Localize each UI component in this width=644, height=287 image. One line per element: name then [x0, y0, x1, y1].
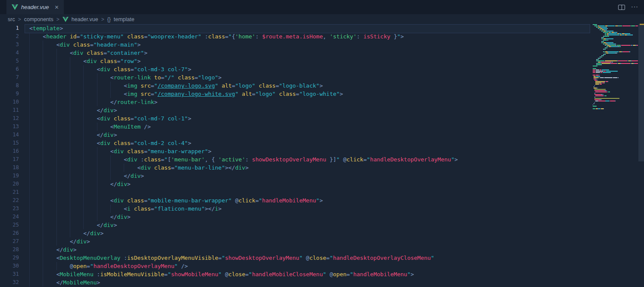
line-number[interactable]: 25	[0, 221, 19, 229]
line-number[interactable]: 14	[0, 131, 19, 139]
line-number[interactable]: 22	[0, 196, 19, 205]
code-line[interactable]: 32 </MobileMenu>	[0, 278, 644, 287]
line-number[interactable]: 1	[0, 24, 19, 32]
split-editor-icon[interactable]	[618, 5, 625, 10]
indent-guide	[29, 139, 30, 147]
code-line[interactable]: 17 <div :class="['menu-bar', { 'active':…	[0, 155, 644, 164]
minimap-line	[596, 59, 599, 60]
line-number[interactable]: 21	[0, 188, 19, 196]
indent-guide	[70, 90, 70, 98]
indent-guide	[43, 155, 43, 164]
code-line[interactable]: 7 <router-link to="/" class="logo">	[0, 73, 644, 82]
line-number[interactable]: 19	[0, 172, 19, 180]
code-line[interactable]: 13 <MenuItem />	[0, 123, 644, 131]
line-number[interactable]: 17	[0, 155, 19, 164]
code-line[interactable]: 26 </div>	[0, 229, 644, 237]
more-actions-icon[interactable]: ···	[631, 3, 638, 11]
line-number[interactable]: 24	[0, 213, 19, 221]
line-number[interactable]: 31	[0, 270, 19, 278]
line-number[interactable]: 12	[0, 114, 19, 123]
indent-guide	[70, 73, 70, 82]
code-line[interactable]: 8 <img src="/company-logo.svg" alt="logo…	[0, 82, 644, 90]
indent-guide	[29, 147, 30, 155]
code-line[interactable]: 20 </div>	[0, 180, 644, 188]
line-number[interactable]: 18	[0, 164, 19, 172]
line-number[interactable]: 7	[0, 73, 19, 82]
indent-guide	[83, 172, 84, 180]
code-line[interactable]: 9 <img src="/company-logo-white.svg" alt…	[0, 90, 644, 98]
indent-guide	[97, 172, 97, 180]
minimap[interactable]	[593, 24, 638, 285]
code-line[interactable]: 29 <DesktopMenuOverlay :isDesktopOverlay…	[0, 254, 644, 262]
line-number[interactable]: 32	[0, 278, 19, 287]
line-number[interactable]: 10	[0, 98, 19, 106]
indent-guide	[83, 90, 84, 98]
tab-bar: header.vue ✕ ···	[0, 0, 644, 14]
line-number[interactable]: 26	[0, 229, 19, 237]
code-line[interactable]: 4 <div class="container">	[0, 49, 644, 57]
line-number[interactable]: 29	[0, 254, 19, 262]
indent-guide	[43, 139, 43, 147]
line-number[interactable]: 11	[0, 106, 19, 114]
code-line[interactable]: 1<template>	[0, 24, 644, 32]
tab-header-vue[interactable]: header.vue ✕	[6, 0, 64, 14]
code-line[interactable]: 11 </div>	[0, 106, 644, 114]
minimap-line	[606, 46, 621, 47]
line-number[interactable]: 13	[0, 123, 19, 131]
code-line[interactable]: 15 <div class="col-md-2 col-4">	[0, 139, 644, 147]
minimap-line	[601, 55, 604, 56]
scrollbar-thumb[interactable]	[638, 24, 644, 161]
code-line[interactable]: 5 <div class="row">	[0, 57, 644, 65]
minimap-line	[601, 38, 613, 39]
minimap-line	[594, 97, 595, 98]
line-number[interactable]: 30	[0, 262, 19, 270]
line-number[interactable]: 27	[0, 237, 19, 246]
code-line[interactable]: 12 <div class="col-md-7 col-1">	[0, 114, 644, 123]
code-line[interactable]: 19 </div>	[0, 172, 644, 180]
code-line[interactable]: 3 <div class="header-main">	[0, 41, 644, 49]
code-line[interactable]: 14 </div>	[0, 131, 644, 139]
indent-guide	[97, 180, 97, 188]
line-number[interactable]: 28	[0, 246, 19, 254]
vscode-editor-window: header.vue ✕ ··· src > components > head…	[0, 0, 644, 287]
indent-guide	[97, 188, 97, 196]
line-number[interactable]: 3	[0, 41, 19, 49]
indent-guide	[70, 139, 70, 147]
code-line[interactable]: 2 <header id="sticky-menu" class="woopre…	[0, 32, 644, 41]
code-line[interactable]: 23 <i class="flaticon-menu"></i>	[0, 205, 644, 213]
code-line[interactable]: 10 </router-link>	[0, 98, 644, 106]
breadcrumb-item-file[interactable]: header.vue	[72, 16, 98, 22]
line-number[interactable]: 9	[0, 90, 19, 98]
code-line[interactable]: 21	[0, 188, 644, 196]
breadcrumb-item-components[interactable]: components	[24, 16, 53, 22]
indent-guide	[70, 188, 70, 196]
breadcrumb-item-src[interactable]: src	[8, 16, 15, 22]
close-icon[interactable]: ✕	[55, 5, 59, 10]
line-number[interactable]: 6	[0, 65, 19, 73]
code-line[interactable]: 6 <div class="col-md-3 col-7">	[0, 65, 644, 73]
code-line[interactable]: 30 @open="handleDesktopOverlayMenu" />	[0, 262, 644, 270]
code-line[interactable]: 24 </div>	[0, 213, 644, 221]
minimap-line	[600, 29, 607, 30]
line-number[interactable]: 20	[0, 180, 19, 188]
code-editor[interactable]: 1<template>2 <header id="sticky-menu" cl…	[0, 24, 644, 287]
line-number[interactable]: 15	[0, 139, 19, 147]
line-number[interactable]: 4	[0, 49, 19, 57]
code-line[interactable]: 25 </div>	[0, 221, 644, 229]
indent-guide	[29, 262, 30, 270]
indent-guide	[56, 221, 57, 229]
line-number[interactable]: 5	[0, 57, 19, 65]
line-number[interactable]: 2	[0, 32, 19, 41]
line-number[interactable]: 23	[0, 205, 19, 213]
line-number[interactable]: 8	[0, 82, 19, 90]
code-line[interactable]: 16 <div class="menu-bar-wrapper">	[0, 147, 644, 155]
code-line[interactable]: 18 <div class="menu-bar-line"></div>	[0, 164, 644, 172]
code-line[interactable]: 28 </div>	[0, 246, 644, 254]
code-line[interactable]: 31 <MobileMenu :isMobileMenuVisible="sho…	[0, 270, 644, 278]
breadcrumb-item-template[interactable]: template	[114, 16, 134, 22]
code-line[interactable]: 22 <div class="mobile-menu-bar-wrapper" …	[0, 196, 644, 205]
code-line[interactable]: 27 </div>	[0, 237, 644, 246]
code-text: </div>	[29, 237, 90, 246]
line-number[interactable]: 16	[0, 147, 19, 155]
indent-guide	[70, 147, 70, 155]
